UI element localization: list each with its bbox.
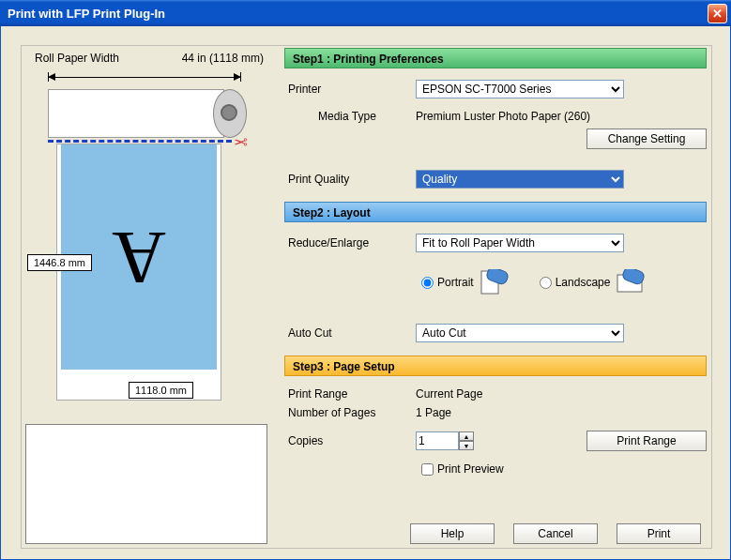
reduce-enlarge-select[interactable]: Fit to Roll Paper Width xyxy=(416,234,624,252)
help-button[interactable]: Help xyxy=(410,523,495,544)
roll-icon xyxy=(48,89,241,138)
preview-height-label: 1446.8 mm xyxy=(27,254,92,271)
portrait-radio[interactable]: Portrait xyxy=(421,276,474,289)
copies-spin-up[interactable]: ▲ xyxy=(459,431,474,441)
print-range-label: Print Range xyxy=(284,387,416,401)
portrait-icon xyxy=(480,269,510,295)
window-title: Print with LFP Print Plug-In xyxy=(8,7,165,21)
printer-select[interactable]: EPSON SC-T7000 Series xyxy=(416,80,624,98)
step1-heading: Step1 : Printing Preferences xyxy=(284,48,707,68)
title-bar: Print with LFP Print Plug-In ✕ xyxy=(0,0,731,26)
reduce-enlarge-label: Reduce/Enlarge xyxy=(284,236,416,250)
scissors-icon: ✂ xyxy=(234,132,248,153)
step3-heading: Step3 : Page Setup xyxy=(284,356,707,376)
copies-spin-down[interactable]: ▼ xyxy=(459,441,474,450)
printer-label: Printer xyxy=(284,83,416,96)
roll-paper-width-label: Roll Paper Width xyxy=(35,52,119,65)
number-of-pages-value: 1 Page xyxy=(416,406,451,419)
cancel-button[interactable]: Cancel xyxy=(513,523,598,544)
paper-preview: ✂ A 1446.8 mm 1118.0 mm xyxy=(35,70,264,410)
landscape-radio[interactable]: Landscape xyxy=(540,276,611,289)
print-range-button[interactable]: Print Range xyxy=(586,431,707,451)
number-of-pages-label: Number of Pages xyxy=(284,406,416,419)
landscape-icon xyxy=(616,269,646,295)
copies-input[interactable] xyxy=(416,431,459,450)
close-icon: ✕ xyxy=(712,7,723,21)
roll-paper-width-value: 44 in (1118 mm) xyxy=(182,52,264,65)
print-quality-label: Print Quality xyxy=(284,173,416,186)
step2-heading: Step2 : Layout xyxy=(284,202,707,222)
close-button[interactable]: ✕ xyxy=(708,4,727,23)
media-type-value: Premium Luster Photo Paper (260) xyxy=(416,110,590,123)
output-preview-area xyxy=(25,424,267,544)
print-range-value: Current Page xyxy=(416,387,482,401)
print-button[interactable]: Print xyxy=(617,523,701,544)
auto-cut-label: Auto Cut xyxy=(284,326,416,340)
print-preview-checkbox[interactable]: Print Preview xyxy=(421,462,504,476)
auto-cut-select[interactable]: Auto Cut xyxy=(416,324,624,342)
media-type-label: Media Type xyxy=(284,110,416,123)
preview-width-label: 1118.0 mm xyxy=(129,382,193,399)
copies-label: Copies xyxy=(284,434,416,447)
change-setting-button[interactable]: Change Setting xyxy=(586,129,707,149)
print-quality-select[interactable]: Quality xyxy=(416,170,624,189)
